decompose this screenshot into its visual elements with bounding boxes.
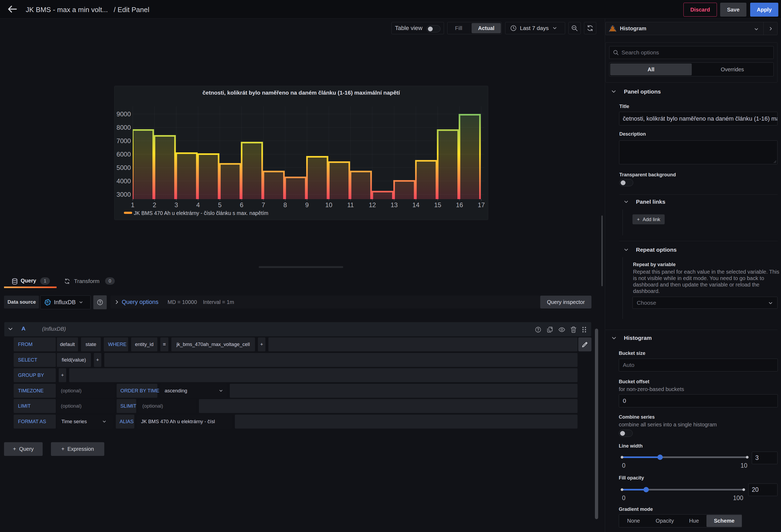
svg-text:7: 7 [262, 201, 265, 209]
svg-text:JK BMS 470 Ah u elektrárny - č: JK BMS 470 Ah u elektrárny - číslo článk… [134, 210, 269, 216]
svg-text:13: 13 [390, 201, 398, 209]
svg-text:6000: 6000 [117, 150, 131, 158]
svg-text:3000: 3000 [117, 191, 131, 198]
svg-text:1: 1 [131, 201, 134, 209]
svg-text:17: 17 [478, 201, 485, 209]
svg-text:8: 8 [283, 201, 287, 209]
svg-text:11: 11 [347, 201, 354, 209]
svg-text:4000: 4000 [117, 177, 131, 185]
svg-text:5000: 5000 [117, 164, 131, 171]
svg-text:12: 12 [369, 201, 376, 209]
svg-text:16: 16 [456, 201, 463, 209]
svg-text:8000: 8000 [117, 124, 131, 131]
svg-text:7000: 7000 [117, 137, 131, 144]
svg-text:4: 4 [196, 201, 200, 209]
svg-text:10: 10 [325, 201, 332, 209]
svg-text:9000: 9000 [117, 110, 131, 118]
svg-text:2: 2 [153, 201, 156, 209]
svg-text:14: 14 [412, 201, 420, 209]
svg-text:6: 6 [240, 201, 243, 209]
svg-text:5: 5 [218, 201, 221, 209]
svg-text:15: 15 [434, 201, 441, 209]
svg-text:9: 9 [305, 201, 309, 209]
svg-text:3: 3 [174, 201, 178, 209]
